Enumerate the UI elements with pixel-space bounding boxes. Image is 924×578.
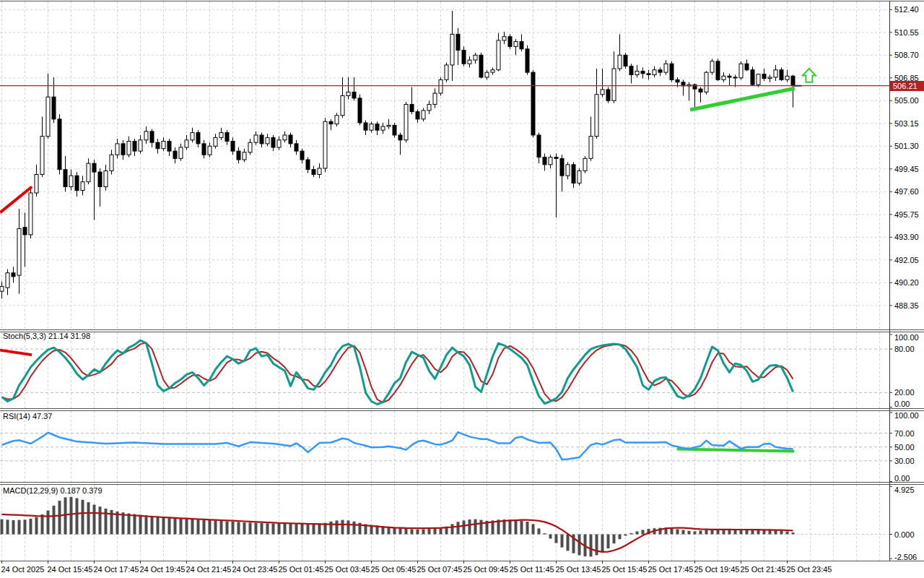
time-tick-label: 24 Oct 19:45: [140, 565, 186, 574]
price-tick-label: 495.75: [894, 210, 919, 219]
macd-histogram-bar: [266, 523, 269, 534]
time-tick-label: 24 Oct 17:45: [94, 565, 139, 574]
macd-histogram-bar: [694, 531, 697, 534]
candle-bear: [352, 92, 356, 98]
candle-bear: [629, 66, 633, 75]
candle-bull: [29, 193, 32, 235]
macd-histogram-bar: [728, 530, 731, 534]
candle-bull: [87, 163, 90, 182]
time-tick-label: 25 Oct 03:45: [325, 565, 370, 574]
candle-bear: [508, 37, 512, 47]
candle-bull: [549, 158, 552, 165]
candle-bull: [318, 168, 321, 175]
candle-bear: [52, 97, 56, 119]
chart-canvas[interactable]: 512.40510.55508.70506.85505.00503.15501.…: [0, 0, 924, 578]
candle-bear: [271, 137, 275, 147]
time-tick-label: 25 Oct 17:45: [648, 565, 694, 574]
candle-bear: [751, 70, 754, 85]
indicator-tick-label: 4.925: [894, 486, 915, 494]
candle-bear: [537, 135, 541, 158]
candle-bull: [179, 147, 183, 158]
macd-histogram-bar: [532, 524, 535, 534]
candle-bull: [653, 70, 656, 75]
indicator-tick-label: 50.00: [894, 443, 915, 452]
candle-bear: [733, 77, 737, 78]
candle-bull: [474, 55, 477, 60]
macd-histogram-bar: [307, 524, 310, 534]
candle-bull: [439, 79, 443, 93]
macd-histogram-bar: [232, 522, 235, 534]
macd-histogram-bar: [336, 520, 339, 534]
candle-bear: [23, 228, 27, 235]
time-tick-label: 24 Oct 2025: [1, 565, 45, 574]
macd-histogram-bar: [168, 517, 171, 535]
candle-bull: [468, 60, 471, 64]
candle-bear: [462, 50, 466, 64]
macd-histogram-bar: [341, 520, 344, 535]
candle-bull: [785, 76, 789, 79]
candle-bull: [323, 121, 327, 168]
macd-histogram-bar: [278, 524, 281, 535]
macd-histogram-bar: [613, 535, 616, 544]
macd-histogram-bar: [699, 530, 702, 534]
candle-bear: [479, 55, 483, 77]
macd-histogram-bar: [209, 520, 212, 535]
candle-bear: [670, 64, 674, 79]
candle-bear: [375, 124, 379, 131]
candle-bull: [485, 72, 489, 77]
candle-bear: [526, 49, 529, 72]
candle-bear: [173, 151, 177, 158]
indicator-tick-label: 0.000: [894, 530, 915, 539]
candle-bear: [260, 135, 263, 144]
candle-bear: [658, 70, 662, 72]
candle-bear: [762, 74, 766, 79]
candle-bear: [358, 98, 362, 123]
macd-histogram-bar: [630, 533, 633, 535]
macd-histogram-bar: [636, 531, 639, 534]
macd-histogram-bar: [301, 524, 304, 535]
candle-bull: [219, 133, 223, 138]
macd-histogram-bar: [411, 529, 414, 534]
price-tick-label: 505.00: [894, 96, 919, 105]
macd-histogram-bar: [53, 506, 56, 535]
candle-bear: [791, 76, 795, 85]
candle-bull: [248, 142, 252, 152]
candle-bull: [583, 158, 587, 171]
candle-bear: [560, 158, 564, 176]
candle-bear: [150, 131, 154, 142]
macd-histogram-bar: [6, 519, 9, 534]
macd-histogram-bar: [12, 520, 15, 535]
candle-bear: [554, 158, 558, 159]
candle-bear: [295, 144, 298, 151]
candle-bull: [283, 135, 287, 140]
macd-histogram-bar: [226, 521, 229, 534]
candle-bear: [624, 55, 627, 66]
macd-histogram-bar: [122, 512, 125, 534]
macd-histogram-bar: [70, 497, 73, 535]
candle-bull: [595, 95, 598, 137]
macd-histogram-bar: [24, 519, 27, 534]
rsi-label: RSI(14) 47.37: [3, 412, 52, 420]
candle-bull: [387, 125, 391, 126]
macd-histogram-bar: [405, 529, 408, 535]
time-tick-label: 25 Oct 05:45: [371, 565, 417, 574]
candle-bull: [81, 182, 84, 191]
macd-histogram-bar: [792, 532, 795, 535]
candle-bear: [329, 121, 333, 124]
candle-bear: [231, 141, 235, 151]
macd-histogram-bar: [515, 520, 518, 535]
macd-histogram-bar: [162, 517, 165, 534]
candle-bull: [433, 93, 437, 104]
macd-histogram-bar: [87, 502, 90, 534]
macd-histogram-bar: [180, 518, 183, 534]
macd-histogram-bar: [47, 511, 50, 535]
time-tick-label: 25 Oct 23:45: [787, 565, 832, 574]
macd-histogram-bar: [676, 530, 679, 535]
candle-bull: [422, 111, 425, 119]
price-tick-label: 501.30: [894, 142, 919, 150]
candle-bear: [520, 42, 523, 49]
trading-chart-window: 512.40510.55508.70506.85505.00503.15501.…: [0, 0, 924, 578]
candle-bear: [121, 144, 125, 155]
macd-histogram-bar: [422, 529, 425, 534]
candle-bear: [647, 74, 650, 75]
